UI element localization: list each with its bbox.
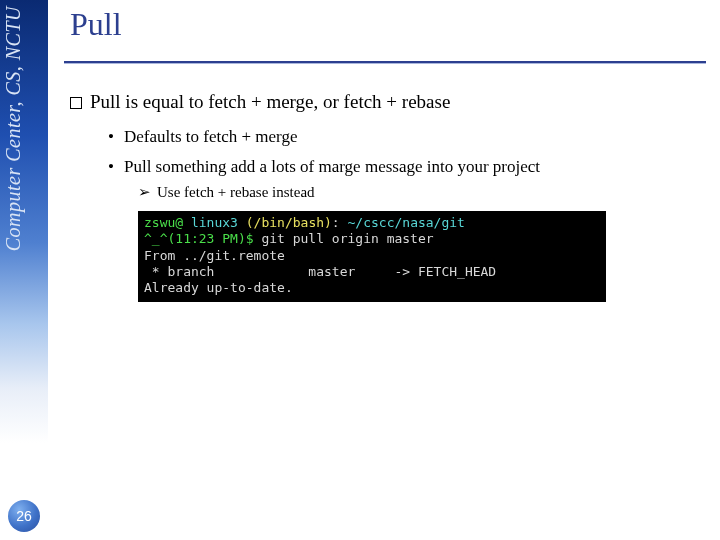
main-bullet-text: Pull is equal to fetch + merge, or fetch… — [90, 91, 450, 112]
term-sep: : — [332, 215, 348, 230]
term-prompt2: ^_^(11:23 PM)$ — [144, 231, 261, 246]
sub-item-2: •Pull something add a lots of marge mess… — [108, 157, 708, 201]
title-divider — [64, 61, 706, 63]
sub-item-1-text: Defaults to fetch + merge — [124, 127, 298, 146]
slide-title: Pull — [70, 6, 708, 43]
term-shell: (/bin/bash) — [246, 215, 332, 230]
term-user: zswu@ — [144, 215, 183, 230]
org-label: Computer Center, CS, NCTU — [2, 6, 25, 251]
sub-item-1: •Defaults to fetch + merge — [108, 127, 708, 147]
sidebar: Computer Center, CS, NCTU — [0, 0, 48, 540]
sub-list: •Defaults to fetch + merge •Pull somethi… — [108, 127, 708, 201]
term-host: linux3 — [183, 215, 246, 230]
term-out-done: Already up-to-date. — [144, 280, 293, 295]
sub-sub-text: Use fetch + rebase instead — [157, 184, 315, 200]
term-out-branch: * branch master -> FETCH_HEAD — [144, 264, 496, 279]
main-bullet: Pull is equal to fetch + merge, or fetch… — [70, 91, 708, 113]
sub-sub-item: ➢Use fetch + rebase instead — [138, 183, 708, 201]
dot-bullet-icon: • — [108, 157, 114, 176]
terminal-screenshot: zswu@ linux3 (/bin/bash): ~/cscc/nasa/gi… — [138, 211, 606, 302]
dot-bullet-icon: • — [108, 127, 114, 146]
arrow-bullet-icon: ➢ — [138, 184, 151, 200]
term-path: ~/cscc/nasa/git — [348, 215, 465, 230]
sub-item-2-text: Pull something add a lots of marge messa… — [124, 157, 540, 176]
page-number-badge: 26 — [8, 500, 40, 532]
term-cmd: git pull origin master — [261, 231, 433, 246]
term-out-from: From ../git.remote — [144, 248, 285, 263]
slide-content: Pull Pull is equal to fetch + merge, or … — [62, 0, 708, 302]
square-bullet-icon — [70, 97, 82, 109]
